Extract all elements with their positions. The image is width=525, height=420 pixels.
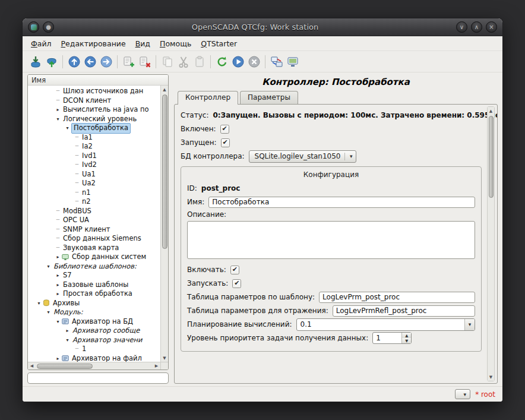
expand-arrow-icon[interactable]: ▸: [64, 326, 71, 336]
name-input[interactable]: [208, 197, 475, 208]
spin-down-icon[interactable]: ▼: [402, 338, 411, 343]
collapse-arrow-icon[interactable]: ▾: [64, 124, 71, 133]
expand-arrow-icon[interactable]: ▸: [54, 289, 62, 299]
tab-parameters[interactable]: Параметры: [240, 91, 298, 104]
table-reflect-input[interactable]: [333, 305, 475, 317]
tree-item[interactable]: ─Звуковая карта: [28, 244, 160, 253]
menu-edit[interactable]: Редактирование: [56, 37, 131, 50]
tree-item[interactable]: ▸Базовые шаблоны: [28, 280, 160, 290]
tree-item[interactable]: ▾Архиватор значени: [28, 336, 160, 345]
collapse-arrow-icon[interactable]: ▾: [54, 115, 62, 124]
scroll-left-icon[interactable]: ◀: [28, 362, 36, 370]
tree-item[interactable]: ▸Простая обработка: [28, 289, 160, 299]
collapse-arrow-icon[interactable]: ▾: [54, 317, 62, 327]
tree-item[interactable]: ▸Архиватор сообще: [28, 326, 160, 336]
priority-input[interactable]: [373, 334, 401, 342]
window-menu-button[interactable]: [28, 21, 39, 33]
item-add-icon[interactable]: [121, 53, 137, 70]
config-window-icon[interactable]: [268, 53, 284, 70]
menu-view[interactable]: Вид: [131, 37, 155, 50]
tree-item[interactable]: ─Ua2: [28, 179, 160, 188]
tree-search-input[interactable]: [27, 372, 169, 384]
content-vscroll-thumb[interactable]: [489, 116, 494, 198]
expand-arrow-icon[interactable]: ▸: [54, 354, 62, 362]
start-icon[interactable]: [230, 53, 246, 70]
tree-vscrollbar[interactable]: ▲ ▼: [160, 86, 168, 362]
stop-icon[interactable]: [246, 53, 262, 70]
splitter[interactable]: [169, 74, 174, 384]
up-icon[interactable]: [66, 53, 82, 70]
tree-item[interactable]: ▾Архивы: [28, 299, 160, 308]
db-combobox[interactable]: SQLite.logilev_stan1050: [249, 150, 357, 163]
tree-item[interactable]: ─SNMP клиент: [28, 225, 160, 235]
tree-vscroll-thumb[interactable]: [162, 94, 167, 249]
cut-icon[interactable]: [175, 53, 191, 70]
expand-arrow-icon[interactable]: ▸: [54, 252, 62, 262]
schedule-input[interactable]: [297, 319, 465, 330]
priority-spinbox[interactable]: ▲▼: [372, 332, 412, 344]
tree-item[interactable]: ─Ia2: [28, 142, 160, 151]
tree-item[interactable]: ─Ivd2: [28, 160, 160, 170]
tree-item[interactable]: ▾Архиватор на БД: [28, 317, 160, 327]
tree-hscroll-thumb[interactable]: [37, 364, 93, 369]
tree-item[interactable]: ─Ivd1: [28, 151, 160, 161]
content-scroll-up-icon[interactable]: ▲: [488, 107, 494, 115]
running-checkbox[interactable]: [221, 138, 230, 147]
menu-help[interactable]: Помощь: [155, 37, 196, 50]
expand-arrow-icon[interactable]: ▸: [54, 280, 62, 290]
db-save-icon[interactable]: [43, 53, 59, 70]
tree-item[interactable]: ▾Библиотека шаблонов:: [28, 262, 160, 271]
tree-item[interactable]: ▸Архиватор на файл: [28, 354, 160, 362]
tree-item[interactable]: ▸S7: [28, 271, 160, 280]
tree-item[interactable]: ─n2: [28, 197, 160, 207]
tree-item[interactable]: ─n1: [28, 188, 160, 198]
table-template-input[interactable]: [319, 292, 475, 303]
tree-item[interactable]: ▾Постобработка: [28, 124, 160, 133]
forward-icon[interactable]: [98, 53, 114, 70]
to-start-checkbox[interactable]: [232, 279, 241, 288]
menu-file[interactable]: Файл: [26, 37, 56, 50]
tab-controller[interactable]: Контроллер: [178, 91, 238, 105]
collapse-arrow-icon[interactable]: ▾: [45, 308, 52, 317]
pin-button[interactable]: ●: [43, 21, 54, 33]
collapse-arrow-icon[interactable]: ▾: [35, 299, 43, 308]
scroll-right-icon[interactable]: ▶: [153, 362, 160, 370]
vision-window-icon[interactable]: [284, 53, 301, 70]
tree-item[interactable]: ─ModBUS: [28, 207, 160, 216]
tree-item[interactable]: ─Сбор данных Siemens: [28, 234, 160, 244]
tree-item[interactable]: ─Ua1: [28, 170, 160, 179]
copy-icon[interactable]: [159, 53, 175, 70]
menu-qtstarter[interactable]: QTStarter: [196, 37, 242, 50]
back-icon[interactable]: [82, 53, 98, 70]
tree-item[interactable]: ─Ia1: [28, 133, 160, 143]
tree-item[interactable]: ▸Вычислитель на java по: [28, 105, 160, 115]
collapse-arrow-icon[interactable]: ▾: [64, 336, 71, 345]
expand-arrow-icon[interactable]: ▸: [54, 105, 62, 115]
to-enable-checkbox[interactable]: [230, 266, 239, 274]
tree-item[interactable]: ▾Модуль:: [28, 308, 160, 317]
paste-icon[interactable]: [191, 53, 207, 70]
spin-up-icon[interactable]: ▲: [402, 333, 411, 338]
tree-item[interactable]: ▾Логический уровень: [28, 115, 160, 124]
collapse-arrow-icon[interactable]: ▾: [45, 262, 52, 271]
minimize-button[interactable]: ∨: [456, 21, 467, 33]
status-combobox[interactable]: [455, 389, 470, 399]
db-load-icon[interactable]: [27, 53, 43, 70]
tree-item[interactable]: ─OPC UA: [28, 216, 160, 225]
schedule-combobox[interactable]: [296, 318, 476, 331]
scroll-down-icon[interactable]: ▼: [161, 354, 168, 362]
tree-item[interactable]: ─Шлюз источников дан: [28, 87, 160, 96]
tree-item[interactable]: ─1: [28, 345, 160, 354]
tree-item[interactable]: ─DCON клиент: [28, 96, 160, 106]
content-vscrollbar[interactable]: ▲ ▼: [487, 106, 495, 381]
expand-arrow-icon[interactable]: ▸: [54, 271, 62, 280]
close-button[interactable]: ×: [486, 21, 497, 33]
chevron-down-icon[interactable]: [464, 319, 475, 330]
content-scroll-down-icon[interactable]: ▼: [488, 373, 494, 381]
spin-buttons[interactable]: ▲▼: [401, 333, 411, 343]
enabled-checkbox[interactable]: [220, 125, 229, 134]
maximize-button[interactable]: ∧: [471, 21, 482, 33]
item-del-icon[interactable]: [137, 53, 153, 70]
scroll-up-icon[interactable]: ▲: [161, 86, 168, 93]
reload-icon[interactable]: [214, 53, 230, 70]
